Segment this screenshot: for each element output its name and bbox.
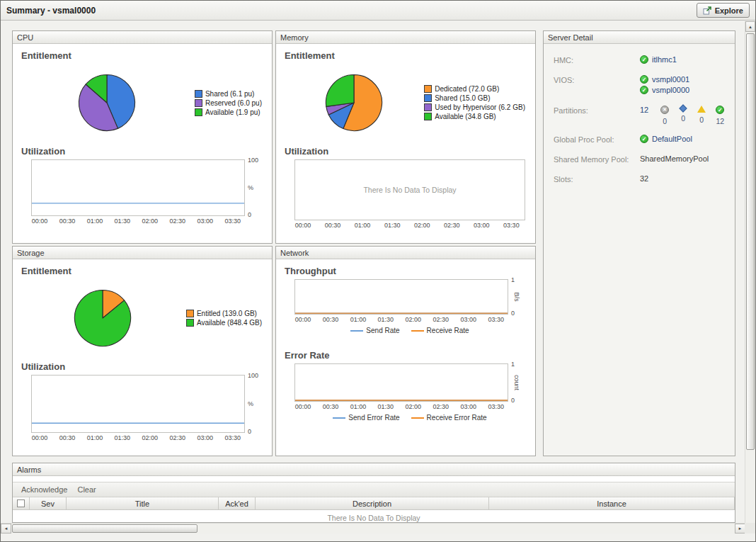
legend-label: Reserved (6.0 pu): [205, 99, 262, 107]
y-axis-label: 0: [248, 211, 251, 218]
server-detail-value: 12✕000✓12: [640, 106, 729, 125]
partition-state-count: 12: [716, 117, 724, 125]
memory-utilization-chart: There Is No Data To Display00:0000:3001:…: [294, 159, 525, 230]
x-tick-label: 01:30: [115, 434, 131, 441]
scroll-up-button[interactable]: ▲: [745, 21, 755, 32]
network-panel-header: Network: [276, 247, 535, 259]
x-tick-label: 00:30: [323, 316, 339, 323]
alarms-select-all-cell: [13, 497, 30, 509]
partition-state-warning: 0: [692, 106, 711, 124]
explore-button[interactable]: Explore: [697, 3, 750, 18]
x-tick-label: 03:30: [224, 218, 241, 225]
partition-state-count: 0: [663, 117, 667, 125]
alarms-toolbar: AcknowledgeClear: [13, 482, 735, 497]
server-detail-value: ✓vsmpl0001✓vsmpl0000: [640, 75, 729, 96]
y-axis-label: 0: [511, 310, 515, 317]
server-detail-label: Partitions:: [554, 106, 640, 125]
legend-item: Shared (15.0 GB): [424, 94, 525, 102]
explore-button-label: Explore: [715, 6, 743, 15]
x-tick-label: 01:30: [378, 403, 394, 410]
server-detail-value-text[interactable]: DefaultPool: [652, 135, 692, 143]
x-tick-label: 03:00: [460, 316, 476, 323]
storage-entitlement-pie[interactable]: [72, 288, 133, 349]
cpu-panel: CPU Entitlement Shared (6.1 pu)Reserved …: [12, 30, 273, 244]
x-tick-label: 03:00: [197, 434, 213, 441]
scroll-right-button[interactable]: ►: [735, 524, 745, 533]
server-detail-value-text[interactable]: itlhmc1: [652, 55, 677, 64]
ok-status-icon: ✓: [640, 86, 648, 94]
legend-swatch: [195, 99, 202, 107]
server-detail-value-text: SharedMemoryPool: [640, 154, 709, 163]
chart-plot-area: [31, 159, 245, 216]
x-tick-label: 01:30: [378, 316, 394, 323]
cpu-utilization-heading: Utilization: [21, 146, 265, 157]
legend-line-swatch: [333, 417, 345, 419]
y-axis: 100%0: [245, 159, 262, 216]
legend-label: Available (34.8 GB): [435, 113, 496, 120]
storage-panel-header: Storage: [13, 247, 272, 259]
legend-line-swatch: [411, 417, 424, 419]
x-tick-label: 00:00: [295, 403, 311, 410]
server-detail-row: Shared Memory Pool:SharedMemoryPool: [554, 154, 729, 165]
scroll-left-button[interactable]: ◄: [1, 524, 11, 533]
no-data-message: There Is No Data To Display: [295, 160, 525, 220]
alarms-clear-button[interactable]: Clear: [77, 485, 96, 494]
legend-item: Entitled (139.0 GB): [186, 310, 262, 317]
server-detail-row: VIOS:✓vsmpl0001✓vsmpl0000: [554, 75, 729, 96]
network-throughput-chart: 1B/s000:0000:3001:0001:3002:0002:3003:00…: [294, 279, 525, 334]
server-detail-value-line: ✓vsmpl0000: [640, 86, 729, 94]
x-tick-label: 03:00: [460, 403, 476, 410]
chart-legend: Send Error RateReceive Error Rate: [294, 414, 525, 422]
legend-item: Send Error Rate: [333, 414, 399, 422]
server-detail-value: ✓itlhmc1: [640, 55, 729, 66]
server-detail-label: Slots:: [554, 174, 640, 185]
cpu-utilization-chart: 100%000:0000:3001:0001:3002:0002:3003:00…: [31, 159, 262, 225]
chart-plot-area: [294, 279, 508, 315]
y-axis-label: 1: [511, 276, 515, 283]
vertical-scrollbar[interactable]: ▲ ▼: [745, 21, 755, 533]
x-tick-label: 02:30: [170, 434, 186, 441]
partition-state-unknown: 0: [674, 106, 692, 123]
alarms-acknowledge-button[interactable]: Acknowledge: [21, 485, 67, 494]
server-detail-row: Partitions:12✕000✓12: [554, 106, 729, 125]
x-tick-label: 00:00: [295, 316, 311, 323]
legend-label: Dedicated (72.0 GB): [435, 85, 499, 93]
legend-label: Used by Hypervisor (6.2 GB): [435, 103, 525, 111]
y-axis-label: %: [248, 400, 253, 407]
legend-line-swatch: [350, 330, 363, 332]
alarms-column-header[interactable]: Ack'ed: [219, 497, 256, 509]
server-detail-label: Shared Memory Pool:: [554, 154, 640, 165]
vertical-scrollbar-thumb[interactable]: [746, 33, 755, 450]
x-tick-label: 03:00: [197, 218, 213, 225]
server-detail-value-text[interactable]: vsmpl0001: [652, 75, 689, 84]
legend-item: Shared (6.1 pu): [195, 90, 262, 98]
alarms-column-header[interactable]: Sev: [30, 497, 67, 509]
memory-utilization-heading: Utilization: [285, 146, 528, 157]
unknown-status-icon: [680, 104, 687, 112]
alarms-column-header[interactable]: Description: [256, 497, 489, 509]
offline-status-icon: ✕: [660, 106, 669, 114]
cpu-panel-title: CPU: [17, 33, 33, 42]
storage-panel-title: Storage: [17, 249, 45, 257]
legend-swatch: [424, 103, 432, 111]
warning-status-icon: [697, 106, 706, 113]
memory-entitlement-pie[interactable]: [323, 72, 384, 133]
horizontal-scrollbar[interactable]: ◄ ►: [1, 523, 745, 533]
x-tick-label: 03:30: [503, 222, 520, 229]
legend-label: Available (848.4 GB): [197, 319, 262, 327]
cpu-entitlement-pie[interactable]: [76, 72, 137, 133]
chart-plot-area: There Is No Data To Display: [294, 159, 525, 220]
horizontal-scrollbar-thumb[interactable]: [12, 524, 197, 533]
alarms-column-header[interactable]: Title: [67, 497, 219, 509]
server-detail-value: SharedMemoryPool: [640, 154, 729, 165]
select-all-checkbox[interactable]: [17, 499, 25, 507]
legend-label: Receive Rate: [427, 327, 469, 334]
memory-panel-header: Memory: [276, 31, 535, 44]
server-detail-value-text[interactable]: vsmpl0000: [652, 86, 689, 94]
alarms-panel-title: Alarms: [17, 465, 41, 474]
partitions-total[interactable]: 12: [640, 106, 648, 114]
server-detail-label: Global Proc Pool:: [554, 135, 640, 145]
legend-item: Available (848.4 GB): [186, 319, 262, 327]
alarms-column-header[interactable]: Instance: [489, 497, 735, 509]
x-tick-label: 00:30: [323, 403, 339, 410]
